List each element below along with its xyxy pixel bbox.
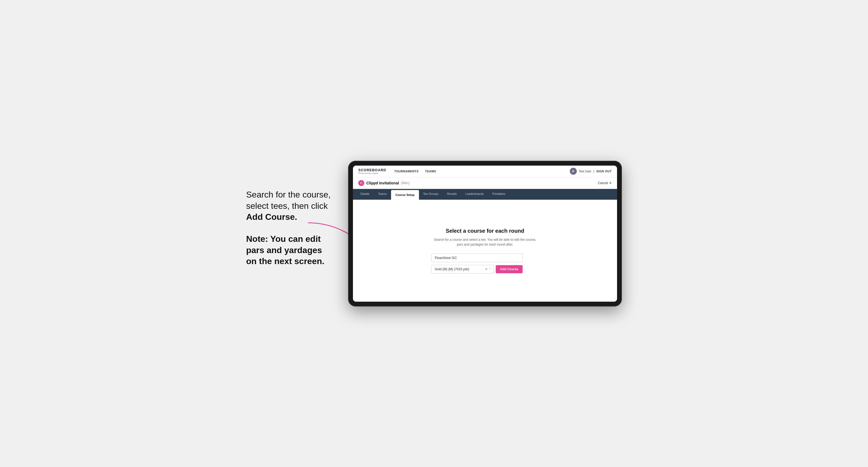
top-nav: SCOREBOARD Powered by clippd TOURNAMENTS…: [353, 165, 617, 178]
page-wrapper: Search for the course, select tees, then…: [246, 161, 622, 307]
tab-teams[interactable]: Teams: [374, 189, 391, 200]
nav-teams[interactable]: TEAMS: [425, 169, 436, 173]
tee-select[interactable]: Gold (M) (M) (7010 yds): [431, 265, 494, 274]
tee-clear-button[interactable]: ✕: [485, 267, 488, 271]
tournament-header: C Clippd Invitational (Men) Cancel ✕: [353, 178, 617, 189]
tab-tee-groups[interactable]: Tee Groups: [419, 189, 443, 200]
annotation-paragraph1: Search for the course, select tees, then…: [246, 189, 332, 223]
cancel-x-icon: ✕: [609, 181, 612, 185]
cancel-button[interactable]: Cancel ✕: [598, 181, 612, 185]
tablet-container: SCOREBOARD Powered by clippd TOURNAMENTS…: [348, 161, 622, 307]
annotation-paragraph2: Note: You can edit pars and yardages on …: [246, 234, 332, 267]
card-description: Search for a course and select a tee. Yo…: [431, 237, 539, 247]
tee-select-wrapper: Gold (M) (M) (7010 yds) ✕ ⌃: [431, 265, 494, 274]
logo-text: SCOREBOARD: [358, 168, 386, 172]
tournament-type: (Men): [401, 181, 409, 185]
card-title: Select a course for each round: [431, 228, 539, 234]
nav-separator: |: [593, 169, 594, 173]
logo-sub: Powered by clippd: [358, 172, 386, 175]
course-search-input[interactable]: [431, 253, 523, 262]
tournament-title-area: C Clippd Invitational (Men): [358, 180, 410, 186]
user-avatar: R: [570, 168, 577, 175]
annotation-bold1: Add Course.: [246, 212, 297, 222]
user-name: Test User: [579, 169, 591, 173]
logo-area: SCOREBOARD Powered by clippd: [358, 168, 386, 175]
tablet-frame: SCOREBOARD Powered by clippd TOURNAMENTS…: [348, 161, 622, 307]
clippd-logo: C: [358, 180, 364, 186]
main-content: Select a course for each round Search fo…: [353, 200, 617, 302]
annotation-block: Search for the course, select tees, then…: [246, 189, 332, 278]
tee-selector-row: Gold (M) (M) (7010 yds) ✕ ⌃ Add Course: [431, 265, 523, 274]
annotation-bold2: Note: You can edit pars and yardages on …: [246, 234, 324, 266]
tab-bar: Details Teams Course Setup Tee Groups Re…: [353, 189, 617, 200]
nav-tournaments[interactable]: TOURNAMENTS: [394, 169, 419, 173]
course-select-card: Select a course for each round Search fo…: [431, 228, 539, 274]
top-nav-right: R Test User | Sign out: [570, 168, 612, 175]
top-nav-links: TOURNAMENTS TEAMS: [394, 169, 570, 173]
tablet-screen: SCOREBOARD Powered by clippd TOURNAMENTS…: [353, 165, 617, 302]
tab-results[interactable]: Results: [442, 189, 461, 200]
sign-out-link[interactable]: Sign out: [596, 169, 612, 173]
tab-leaderboards[interactable]: Leaderboards: [461, 189, 488, 200]
tee-controls: ✕ ⌃: [485, 267, 491, 271]
tee-expand-button[interactable]: ⌃: [489, 267, 491, 271]
tab-printables[interactable]: Printables: [488, 189, 510, 200]
tab-details[interactable]: Details: [356, 189, 374, 200]
add-course-button[interactable]: Add Course: [496, 265, 523, 273]
tournament-name: Clippd Invitational: [366, 181, 399, 185]
tab-course-setup[interactable]: Course Setup: [391, 190, 419, 200]
